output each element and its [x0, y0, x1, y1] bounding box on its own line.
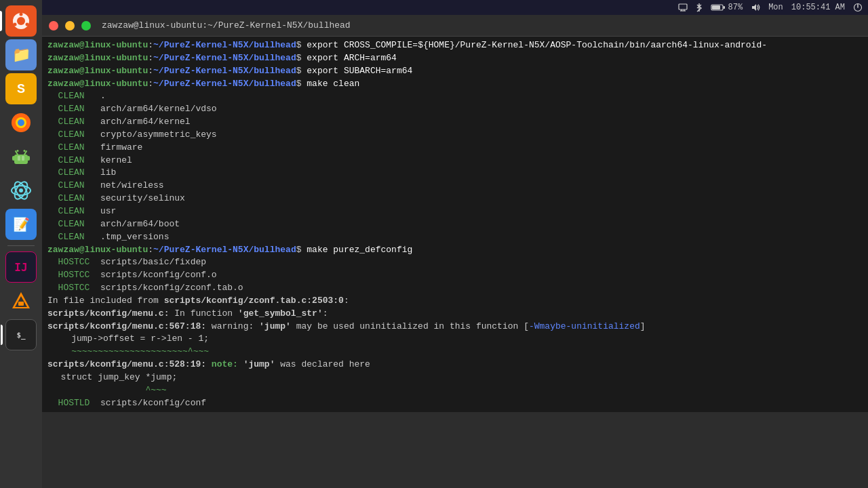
- terminal-line-6: CLEAN arch/arm64/kernel/vdso: [47, 103, 863, 116]
- terminal-line-22: scripts/kconfig/menu.c: In function 'get…: [47, 308, 863, 321]
- terminal-line-23: scripts/kconfig/menu.c:567:18: warning: …: [47, 321, 863, 333]
- svg-point-2: [20, 13, 23, 16]
- terminal-body[interactable]: zawzaw@linux-ubuntu:~/PureZ-Kernel-N5X/b…: [42, 37, 868, 412]
- terminal-line-26: scripts/kconfig/menu.c:528:19: note: 'ju…: [47, 359, 863, 371]
- close-button[interactable]: ✕: [49, 21, 58, 30]
- terminal-line-25: ~~~~~~~~~~~~~~~~~~~~~~^~~~: [50, 346, 863, 359]
- sidebar-android-icon[interactable]: [5, 141, 37, 172]
- terminal-line-19: HOSTCC scripts/kconfig/conf.o: [47, 269, 863, 282]
- terminal-line-17: zawzaw@linux-ubuntu:~/PureZ-Kernel-N5X/b…: [47, 244, 863, 257]
- sidebar-ubuntu-logo[interactable]: [5, 5, 37, 37]
- topbar-power[interactable]: [853, 3, 863, 12]
- sidebar-vlc-icon[interactable]: [5, 285, 37, 317]
- terminal-line-14: CLEAN usr: [47, 205, 863, 218]
- battery-text: 87%: [728, 3, 743, 12]
- bottom-area: [42, 412, 868, 488]
- svg-point-7: [18, 119, 24, 126]
- time-text: 10:55:41 AM: [791, 3, 845, 12]
- svg-rect-11: [18, 156, 20, 161]
- sidebar: 📁 S 📝: [0, 0, 42, 488]
- svg-rect-8: [14, 155, 28, 164]
- topbar-battery: 87%: [711, 3, 743, 12]
- sidebar-files-icon[interactable]: 📁: [5, 39, 37, 70]
- svg-rect-24: [679, 4, 687, 9]
- sidebar-scratch-icon[interactable]: S: [5, 73, 37, 104]
- topbar-day: Mon: [768, 3, 783, 12]
- svg-point-3: [26, 23, 29, 26]
- terminal-line-27: struct jump_key *jump;: [50, 371, 863, 384]
- svg-rect-10: [27, 156, 30, 161]
- svg-point-15: [17, 150, 19, 152]
- terminal-line-5: CLEAN .: [47, 90, 863, 103]
- terminal-line-18: HOSTCC scripts/basic/fixdep: [47, 256, 863, 269]
- minimize-button[interactable]: −: [65, 21, 75, 30]
- terminal-line-28: ^~~~: [50, 384, 863, 397]
- terminal-line-20: HOSTCC scripts/kconfig/zconf.tab.o: [47, 282, 863, 295]
- topbar-display: [678, 3, 688, 12]
- terminal-line-21: In file included from scripts/kconfig/zc…: [47, 295, 863, 308]
- terminal-line-3: zawzaw@linux-ubuntu:~/PureZ-Kernel-N5X/b…: [47, 65, 863, 78]
- topbar-bluetooth: [696, 3, 703, 12]
- terminal-line-11: CLEAN lib: [47, 167, 863, 180]
- terminal-line-29: HOSTLD scripts/kconfig/conf: [47, 397, 863, 410]
- terminal-line-2: zawzaw@linux-ubuntu:~/PureZ-Kernel-N5X/b…: [47, 52, 863, 65]
- svg-point-4: [14, 23, 17, 26]
- svg-rect-9: [12, 156, 15, 161]
- terminal-title: zawzaw@linux-ubuntu:~/PureZ-Kernel-N5X/b…: [102, 20, 351, 30]
- sidebar-atom-icon[interactable]: [5, 175, 37, 206]
- terminal-line-7: CLEAN arch/arm64/kernel: [47, 116, 863, 129]
- svg-point-20: [19, 188, 23, 192]
- svg-rect-30: [723, 6, 725, 9]
- terminal-line-24: jump->offset = r->len - 1;: [50, 333, 863, 346]
- sidebar-firefox-icon[interactable]: [5, 107, 37, 138]
- terminal-line-4: zawzaw@linux-ubuntu:~/PureZ-Kernel-N5X/b…: [47, 78, 863, 91]
- terminal-line-12: CLEAN net/wireless: [47, 180, 863, 192]
- svg-point-1: [17, 17, 25, 25]
- terminal-window: ✕ − + zawzaw@linux-ubuntu:~/PureZ-Kernel…: [42, 15, 868, 412]
- topbar-time: 10:55:41 AM: [791, 3, 845, 12]
- svg-rect-31: [712, 5, 720, 9]
- terminal-line-15: CLEAN arch/arm64/boot: [47, 218, 863, 231]
- topbar-volume: [751, 3, 760, 12]
- sidebar-intellij-icon[interactable]: IJ: [5, 251, 37, 283]
- sidebar-divider: [7, 245, 35, 246]
- terminal-line-1: zawzaw@linux-ubuntu:~/PureZ-Kernel-N5X/b…: [47, 39, 863, 52]
- maximize-button[interactable]: +: [81, 21, 91, 30]
- topbar: 87% Mon 10:55:41 AM: [42, 0, 868, 15]
- terminal-line-16: CLEAN .tmp_versions: [47, 231, 863, 244]
- terminal-line-13: CLEAN security/selinux: [47, 192, 863, 205]
- svg-marker-32: [752, 4, 756, 11]
- terminal-line-9: CLEAN firmware: [47, 142, 863, 155]
- terminal-titlebar: ✕ − + zawzaw@linux-ubuntu:~/PureZ-Kernel…: [42, 15, 868, 37]
- day-text: Mon: [768, 3, 783, 12]
- svg-point-16: [24, 150, 26, 152]
- sidebar-terminal-bash-icon[interactable]: $_: [5, 319, 37, 350]
- terminal-line-10: CLEAN kernel: [47, 155, 863, 167]
- svg-rect-12: [22, 156, 24, 161]
- main-area: 87% Mon 10:55:41 AM ✕ − + zawzaw@linux-u…: [42, 0, 868, 488]
- svg-rect-23: [18, 302, 24, 306]
- sidebar-text-editor-icon[interactable]: 📝: [5, 209, 37, 240]
- terminal-line-8: CLEAN crypto/asymmetric_keys: [47, 129, 863, 142]
